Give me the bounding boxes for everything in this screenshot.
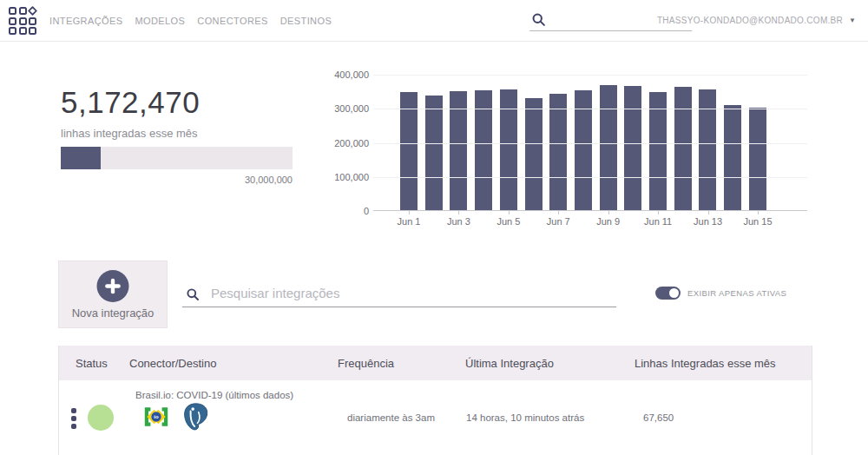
active-only-toggle-label: EXIBIR APENAS ATIVAS (687, 288, 786, 298)
chart-bar-jun-14 (724, 105, 741, 210)
chart-bar-jun-13 (699, 89, 716, 210)
logo-cell-diamond (28, 6, 37, 16)
daily-lines-chart: 400,000300,000200,000100,0000 Jun 1Jun 3… (337, 75, 810, 229)
logo-cell (19, 27, 27, 35)
col-header-last-integration: Última Integração (465, 357, 554, 370)
kondado-logo-icon[interactable] (9, 7, 38, 36)
chart-bar-jun-15 (749, 108, 766, 210)
col-header-frequency: Frequência (338, 357, 394, 370)
gridline (373, 143, 807, 144)
x-tick-label: Jun 11 (644, 216, 672, 227)
user-email: THASSYO-KONDADO@KONDADO.COM.BR (657, 16, 843, 25)
nav-item-integracoes[interactable]: INTEGRAÇÕES (49, 16, 122, 26)
integration-title: Brasil.io: COVID-19 (últimos dados) (135, 390, 293, 400)
search-icon (186, 287, 200, 301)
x-tick-label: Jun 15 (743, 216, 772, 227)
logo-cell (29, 17, 36, 25)
kpi-progress-bar (61, 147, 293, 169)
chart-bar-jun-2 (425, 96, 443, 210)
kpi-progress-max: 30,000,000 (61, 175, 293, 185)
col-header-status: Status (76, 357, 108, 370)
integrations-search (182, 280, 616, 307)
table-row: Brasil.io: COVID-19 (últimos dados) io d… (59, 380, 812, 455)
table-header-row: Status Conector/Destino Frequência Últim… (59, 346, 812, 380)
x-tick-mark (558, 211, 559, 214)
chart-y-axis: 400,000300,000200,000100,0000 (337, 75, 369, 211)
row-menu-kebab-icon[interactable] (69, 406, 78, 431)
x-tick-label: Jun 3 (447, 216, 470, 227)
gridline (373, 75, 807, 76)
toggle-knob (669, 288, 679, 298)
logo-cell (9, 17, 16, 25)
x-tick-mark (658, 211, 659, 214)
cell-frequency: diariamente às 3am (347, 412, 435, 423)
y-tick-label: 300,000 (334, 103, 369, 114)
postgresql-icon (181, 401, 210, 432)
status-badge (88, 405, 114, 431)
gridline (373, 109, 807, 109)
kpi-lines-value: 5,172,470 (61, 85, 200, 120)
logo-cell (9, 7, 16, 15)
x-tick-mark (758, 211, 759, 214)
logo-cell (19, 7, 27, 15)
search-icon (531, 12, 546, 27)
x-tick-label: Jun 5 (496, 216, 520, 227)
brasil-io-icon: io (143, 404, 169, 430)
new-integration-label: Nova integração (59, 307, 167, 320)
chart-bar-jun-12 (674, 87, 692, 210)
x-tick-label: Jun 1 (398, 216, 421, 227)
chart-bars (400, 74, 766, 210)
x-tick-mark (509, 211, 510, 214)
y-tick-label: 100,000 (334, 172, 369, 182)
nav-item-conectores[interactable]: CONECTORES (197, 16, 267, 26)
gridline (373, 177, 807, 178)
x-tick-mark (409, 211, 410, 214)
chart-bar-jun-9 (600, 85, 617, 210)
main-nav: INTEGRAÇÕES MODELOS CONECTORES DESTINOS (49, 0, 332, 41)
chart-bar-jun-10 (624, 86, 641, 210)
col-header-lines: Linhas Integradas esse mês (635, 357, 776, 370)
kpi-progress-fill (61, 147, 101, 169)
chart-bar-jun-7 (549, 94, 567, 210)
col-header-connector: Conector/Destino (129, 357, 216, 370)
logo-cell (9, 27, 16, 35)
nav-item-modelos[interactable]: MODELOS (135, 16, 185, 26)
svg-text:io: io (154, 414, 159, 419)
logo-cell (19, 17, 27, 25)
x-tick-label: Jun 13 (694, 216, 722, 227)
integrations-search-input[interactable] (211, 281, 610, 304)
chevron-down-icon: ▼ (849, 16, 856, 24)
cell-last-integration: 14 horas, 10 minutos atrás (466, 412, 584, 423)
chart-bar-jun-5 (500, 89, 517, 210)
x-tick-mark (608, 211, 609, 214)
cell-lines-this-month: 67,650 (643, 412, 674, 423)
dashboard-page: INTEGRAÇÕES MODELOS CONECTORES DESTINOS … (0, 0, 868, 455)
chart-x-axis: Jun 1Jun 3Jun 5Jun 7Jun 9Jun 11Jun 13Jun… (373, 211, 807, 229)
new-integration-button[interactable]: Nova integração (58, 260, 168, 328)
x-tick-label: Jun 9 (596, 216, 620, 227)
x-tick-label: Jun 7 (547, 216, 570, 227)
kpi-lines-label: linhas integradas esse mês (61, 127, 198, 140)
x-tick-mark (708, 211, 709, 214)
logo-cell (29, 27, 36, 35)
y-tick-label: 400,000 (334, 69, 369, 80)
top-bar: INTEGRAÇÕES MODELOS CONECTORES DESTINOS … (0, 0, 868, 42)
x-tick-mark (458, 211, 459, 214)
active-only-toggle[interactable] (655, 287, 681, 300)
chart-bar-jun-6 (525, 98, 542, 210)
chart-plot (373, 75, 807, 211)
integrations-table: Status Conector/Destino Frequência Últim… (58, 346, 812, 455)
y-tick-label: 200,000 (334, 138, 369, 148)
nav-item-destinos[interactable]: DESTINOS (280, 16, 332, 26)
user-menu[interactable]: THASSYO-KONDADO@KONDADO.COM.BR ▼ (657, 0, 856, 41)
plus-icon (97, 270, 129, 302)
y-tick-label: 0 (364, 206, 369, 216)
